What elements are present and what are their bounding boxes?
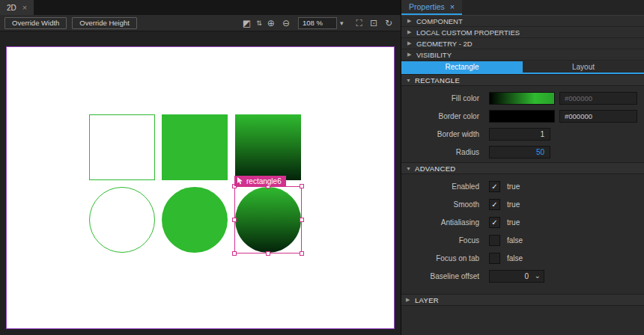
reload-view-icon[interactable]: ↻ xyxy=(385,17,392,29)
section-layer-header[interactable]: ▶ LAYER xyxy=(401,294,644,306)
focus-label: Focus xyxy=(401,236,479,245)
collapsed-caret-icon: ▶ xyxy=(406,297,415,303)
radius-field[interactable]: 50 xyxy=(489,146,550,159)
section-advanced-title: ADVANCED xyxy=(415,165,455,173)
section-local-custom-properties[interactable]: ▶ LOCAL CUSTOM PROPERTIES xyxy=(401,27,644,38)
2d-view-pane: 2D × Override Width Override Height ◩ ⇅ … xyxy=(0,0,401,335)
rectangle-section-body: Fill color #000000 Border color #000000 … xyxy=(401,86,644,162)
shape-circle-outline[interactable] xyxy=(89,187,155,253)
enabled-label: Enabled xyxy=(401,182,479,191)
shape-circle-solid[interactable] xyxy=(162,187,228,253)
zoom-out-icon[interactable]: ⊖ xyxy=(282,17,290,29)
border-width-field[interactable]: 1 xyxy=(489,128,550,141)
selection-handle-sw[interactable] xyxy=(232,251,237,256)
checkmark-icon: ✓ xyxy=(491,200,497,209)
shape-square-solid[interactable] xyxy=(162,114,228,180)
tab-properties-label: Properties xyxy=(409,2,445,11)
tab-rectangle[interactable]: Rectangle xyxy=(401,61,523,73)
section-visibility-label: VISIBILITY xyxy=(416,51,452,59)
antialiasing-row: Antialiasing ✓ true xyxy=(401,213,644,231)
border-width-label: Border width xyxy=(401,130,479,138)
canvas-toolbar: Override Width Override Height ◩ ⇅ ⊕ ⊖ 1… xyxy=(0,15,401,31)
section-geometry-2d-label: GEOMETRY - 2D xyxy=(416,40,473,48)
border-width-row: Border width 1 xyxy=(401,125,644,143)
tab-close-icon[interactable]: × xyxy=(22,3,27,12)
border-color-hex-field[interactable]: #000000 xyxy=(559,110,637,123)
expanded-caret-icon: ▼ xyxy=(406,78,415,83)
tab-layout[interactable]: Layout xyxy=(523,61,644,73)
background-toggle-icon[interactable]: ◩ xyxy=(243,17,251,29)
cursor-icon xyxy=(237,177,243,185)
focus-value: false xyxy=(507,236,523,245)
shape-square-outline[interactable] xyxy=(89,114,155,180)
section-local-custom-properties-label: LOCAL CUSTOM PROPERTIES xyxy=(416,28,520,37)
border-color-swatch[interactable] xyxy=(489,110,555,123)
zoom-in-icon[interactable]: ⊕ xyxy=(267,17,275,29)
section-rectangle-title: RECTANGLE xyxy=(415,76,460,84)
focus-checkbox[interactable] xyxy=(489,235,500,246)
canvas-area[interactable]: rectangle6 xyxy=(0,31,401,335)
smooth-row: Smooth ✓ true xyxy=(401,195,644,213)
background-cycle-icon[interactable]: ⇅ xyxy=(256,17,262,29)
baseline-offset-value: 0 xyxy=(524,272,529,280)
selection-label-text: rectangle6 xyxy=(246,177,282,185)
property-mode-tabs: Rectangle Layout xyxy=(401,61,644,74)
radius-row: Radius 50 xyxy=(401,143,644,161)
shape-circle-gradient-selected[interactable] xyxy=(235,187,301,253)
override-height-button[interactable]: Override Height xyxy=(72,17,137,29)
fill-color-row: Fill color #000000 xyxy=(401,89,644,107)
artboard[interactable]: rectangle6 xyxy=(6,46,395,329)
advanced-section-body: Enabled ✓ true Smooth ✓ true Antialiasin… xyxy=(401,174,644,286)
section-component-label: COMPONENT xyxy=(416,17,463,25)
selection-handle-e[interactable] xyxy=(300,218,304,222)
selection-handle-ne[interactable] xyxy=(300,184,304,188)
enabled-checkbox[interactable]: ✓ xyxy=(489,181,500,192)
zoom-dropdown-icon[interactable]: ▾ xyxy=(340,17,344,29)
radius-label: Radius xyxy=(401,148,479,156)
section-geometry-2d[interactable]: ▶ GEOMETRY - 2D xyxy=(401,38,644,49)
border-color-row: Border color #000000 xyxy=(401,107,644,125)
collapsed-caret-icon: ▶ xyxy=(407,29,416,35)
antialiasing-checkbox[interactable]: ✓ xyxy=(489,217,500,228)
fit-screen-icon[interactable]: ⛶ xyxy=(356,17,362,29)
tab-2d[interactable]: 2D × xyxy=(0,0,34,15)
properties-tabbar: Properties × xyxy=(401,0,644,16)
chevron-down-icon: ⌄ xyxy=(535,271,541,280)
fill-color-swatch[interactable] xyxy=(489,92,555,105)
focus-on-tab-row: Focus on tab false xyxy=(401,249,644,267)
enabled-row: Enabled ✓ true xyxy=(401,177,644,195)
shape-square-gradient[interactable] xyxy=(235,114,301,180)
smooth-checkbox[interactable]: ✓ xyxy=(489,199,500,210)
toolbar-icon-group: ◩ ⇅ ⊕ ⊖ 108 % ▾ ⛶ ⊡ ↻ xyxy=(239,17,396,29)
baseline-offset-spinner[interactable]: 0 ⌄ xyxy=(489,270,544,283)
focus-on-tab-value: false xyxy=(507,254,523,262)
selection-label[interactable]: rectangle6 xyxy=(234,176,286,186)
tab-properties-close-icon[interactable]: × xyxy=(450,2,455,11)
smooth-value: true xyxy=(507,200,520,209)
focus-on-tab-label: Focus on tab xyxy=(401,254,479,262)
section-rectangle-header[interactable]: ▼ RECTANGLE xyxy=(401,74,644,86)
selection-handle-w[interactable] xyxy=(232,218,237,222)
fill-color-hex-field[interactable]: #000000 xyxy=(559,92,637,105)
collapsed-caret-icon: ▶ xyxy=(407,52,416,58)
document-tabbar: 2D × xyxy=(0,0,401,15)
section-visibility[interactable]: ▶ VISIBILITY xyxy=(401,49,644,61)
collapsed-caret-icon: ▶ xyxy=(407,18,416,24)
fill-color-label: Fill color xyxy=(401,94,479,102)
antialiasing-value: true xyxy=(507,218,520,227)
selected-shape-wrapper[interactable]: rectangle6 xyxy=(235,187,301,253)
expanded-caret-icon: ▼ xyxy=(406,166,415,171)
application-window: 2D × Override Width Override Height ◩ ⇅ … xyxy=(0,0,644,335)
smooth-label: Smooth xyxy=(401,200,479,209)
zoom-selection-icon[interactable]: ⊡ xyxy=(370,17,377,29)
zoom-level-field[interactable]: 108 % xyxy=(298,17,337,29)
border-color-label: Border color xyxy=(401,112,479,120)
selection-handle-s[interactable] xyxy=(266,251,270,256)
tab-properties[interactable]: Properties × xyxy=(401,0,462,15)
focus-on-tab-checkbox[interactable] xyxy=(489,253,500,264)
properties-panel: Properties × ▶ COMPONENT ▶ LOCAL CUSTOM … xyxy=(401,0,644,335)
selection-handle-se[interactable] xyxy=(300,251,304,256)
section-advanced-header[interactable]: ▼ ADVANCED xyxy=(401,162,644,174)
section-component[interactable]: ▶ COMPONENT xyxy=(401,16,644,27)
override-width-button[interactable]: Override Width xyxy=(4,17,67,29)
